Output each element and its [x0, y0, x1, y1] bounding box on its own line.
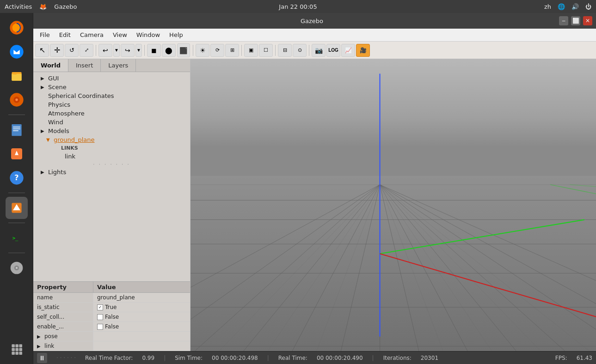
- menu-help[interactable]: Help: [165, 30, 188, 40]
- toolbar-scale[interactable]: ⤢: [80, 44, 93, 57]
- taskbar-writer[interactable]: [6, 119, 28, 141]
- tab-insert[interactable]: Insert: [68, 59, 101, 72]
- activities-label[interactable]: Activities: [5, 3, 32, 10]
- prop-is-static-value[interactable]: ✓ True: [93, 303, 121, 312]
- tree-link-arrow: [57, 154, 63, 159]
- taskbar-software[interactable]: [6, 143, 28, 165]
- prop-row-self-coll: self_coll... False: [33, 312, 190, 322]
- viewport[interactable]: [190, 59, 596, 351]
- taskbar-grid[interactable]: [6, 338, 28, 360]
- os-bar-right: zh 🌐 🔊 ⏻: [544, 3, 591, 10]
- tree-models-arrow: ▶: [41, 128, 46, 133]
- tree-ground-plane[interactable]: ▼ ground_plane: [33, 135, 190, 144]
- taskbar-help[interactable]: ?: [6, 167, 28, 189]
- toolbar-screenshot[interactable]: 📷: [312, 44, 326, 57]
- tab-world[interactable]: World: [33, 59, 68, 72]
- prop-name-value[interactable]: ground_plane: [93, 293, 139, 302]
- svg-rect-11: [13, 128, 20, 129]
- pose-expand-arrow[interactable]: ▶: [37, 334, 43, 339]
- menu-window[interactable]: Window: [132, 30, 165, 40]
- taskbar-rhythmbox[interactable]: [6, 89, 28, 111]
- prop-row-is-static: is_static ✓ True: [33, 303, 190, 312]
- fps-label: FPS:: [555, 355, 567, 361]
- taskbar-firefox[interactable]: [6, 17, 28, 39]
- toolbar-align[interactable]: ⊟: [278, 44, 292, 57]
- taskbar-files[interactable]: [6, 65, 28, 87]
- window-title: Gazebo: [65, 18, 559, 24]
- toolbar-snap[interactable]: ⊙: [293, 44, 307, 57]
- tree-lights-arrow: ▶: [41, 170, 46, 175]
- close-button[interactable]: ✕: [583, 16, 592, 25]
- is-static-checkbox[interactable]: ✓: [97, 304, 103, 310]
- tree-links[interactable]: LINKS: [33, 144, 190, 152]
- prop-enable-value[interactable]: False: [93, 322, 123, 331]
- tree-atmosphere[interactable]: Atmosphere: [33, 109, 190, 118]
- tree-models[interactable]: ▶ Models: [33, 127, 190, 135]
- prop-enable-label: enable_...: [33, 322, 93, 331]
- toolbar-sep-3: [193, 45, 193, 56]
- menu-edit[interactable]: Edit: [55, 30, 75, 40]
- toolbar-spotlight[interactable]: ⊞: [225, 44, 239, 57]
- pause-button[interactable]: ⏸: [37, 353, 47, 363]
- toolbar-sun[interactable]: ☀: [196, 44, 209, 57]
- toolbar-cylinder[interactable]: ⬛: [177, 43, 190, 57]
- taskbar-terminal[interactable]: >_: [6, 227, 28, 249]
- toolbar-translate[interactable]: ✛: [50, 44, 64, 57]
- tree-physics[interactable]: Physics: [33, 100, 190, 109]
- toolbar-sep-1: [96, 45, 96, 56]
- toolbar-record[interactable]: 🎥: [356, 44, 370, 57]
- toolbar-sphere[interactable]: ⬤: [162, 44, 176, 57]
- tree-physics-arrow: [41, 102, 46, 107]
- link-text: link: [44, 343, 54, 349]
- tab-layers[interactable]: Layers: [101, 59, 136, 72]
- toolbar-sep-2: [144, 45, 145, 56]
- menu-camera[interactable]: Camera: [75, 30, 108, 40]
- svg-rect-9: [12, 124, 21, 136]
- toolbar-plot[interactable]: 📈: [341, 44, 355, 57]
- toolbar-box[interactable]: ◼: [147, 44, 161, 57]
- toolbar-copy[interactable]: ▣: [244, 44, 258, 57]
- toolbar-paste[interactable]: ☐: [259, 44, 273, 57]
- tree-links-label: LINKS: [61, 145, 78, 151]
- tree-lights[interactable]: ▶ Lights: [33, 168, 190, 176]
- toolbar-redo-arrow[interactable]: ▼: [135, 44, 142, 57]
- enable-checkbox[interactable]: [97, 324, 103, 330]
- tree-link-label: link: [65, 153, 75, 160]
- prop-link-label[interactable]: ▶ link: [33, 341, 93, 351]
- tree-separator: · · · · · · ·: [33, 161, 190, 168]
- power-icon: ⏻: [585, 3, 591, 10]
- tree-gui-arrow: ▶: [41, 76, 46, 81]
- menu-view[interactable]: View: [108, 30, 132, 40]
- prop-name-label: name: [33, 293, 93, 302]
- toolbar-undo[interactable]: ↩: [98, 44, 112, 57]
- taskbar-cd[interactable]: [6, 257, 28, 279]
- menu-file[interactable]: File: [35, 30, 55, 40]
- toolbar-redo[interactable]: ↪: [121, 44, 135, 57]
- taskbar-thunderbird[interactable]: [6, 41, 28, 63]
- toolbar-rotate[interactable]: ↺: [65, 44, 79, 57]
- prop-self-coll-value[interactable]: False: [93, 312, 123, 322]
- toolbar-select[interactable]: ↖: [35, 44, 49, 57]
- tree-link[interactable]: link: [33, 152, 190, 161]
- prop-header: Property Value: [33, 282, 190, 293]
- link-expand-arrow[interactable]: ▶: [37, 344, 43, 349]
- toolbar-pointlight[interactable]: ⟳: [210, 44, 224, 57]
- real-time-value: 00 00:00:20.490: [317, 355, 363, 361]
- tree-wind-arrow: [41, 120, 46, 125]
- tree-wind[interactable]: Wind: [33, 118, 190, 127]
- tree-scene[interactable]: ▶ Scene: [33, 83, 190, 91]
- toolbar-log[interactable]: LOG: [326, 44, 340, 57]
- status-bar: ⏸ · · · · · · Real Time Factor: 0.99 | S…: [33, 351, 596, 364]
- real-time-label: Real Time:: [278, 355, 307, 361]
- tree-gui[interactable]: ▶ GUI: [33, 74, 190, 83]
- taskbar-gazebo[interactable]: [6, 197, 28, 219]
- maximize-button[interactable]: ⬜: [571, 16, 580, 25]
- self-coll-checkbox[interactable]: [97, 314, 103, 320]
- prop-is-static-label: is_static: [33, 303, 93, 312]
- toolbar-undo-arrow[interactable]: ▼: [113, 44, 120, 57]
- minimize-button[interactable]: –: [559, 16, 568, 25]
- app-name-label[interactable]: Gazebo: [54, 3, 77, 10]
- tree-spherical-coords[interactable]: Spherical Coordinates: [33, 91, 190, 100]
- prop-pose-label[interactable]: ▶ pose: [33, 332, 93, 341]
- enable-text: False: [105, 323, 119, 330]
